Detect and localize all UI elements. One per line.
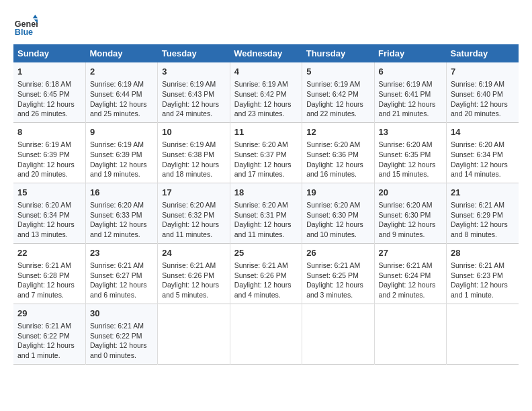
weekday-header: Friday bbox=[374, 44, 446, 62]
page-header: General Blue bbox=[13, 13, 519, 38]
calendar-day-cell: 20Sunrise: 6:20 AM Sunset: 6:30 PM Dayli… bbox=[374, 183, 446, 243]
day-info: Sunrise: 6:19 AM Sunset: 6:42 PM Dayligh… bbox=[306, 79, 369, 119]
day-number: 24 bbox=[162, 247, 225, 259]
day-info: Sunrise: 6:19 AM Sunset: 6:42 PM Dayligh… bbox=[234, 79, 298, 119]
calendar-week-row: 15Sunrise: 6:20 AM Sunset: 6:34 PM Dayli… bbox=[13, 183, 519, 243]
day-info: Sunrise: 6:20 AM Sunset: 6:31 PM Dayligh… bbox=[234, 200, 298, 240]
calendar-day-cell: 13Sunrise: 6:20 AM Sunset: 6:35 PM Dayli… bbox=[374, 122, 446, 183]
day-info: Sunrise: 6:20 AM Sunset: 6:32 PM Dayligh… bbox=[162, 200, 225, 240]
day-number: 14 bbox=[451, 126, 515, 138]
day-info: Sunrise: 6:21 AM Sunset: 6:23 PM Dayligh… bbox=[451, 261, 515, 300]
weekday-header: Monday bbox=[85, 44, 157, 62]
calendar-week-row: 1Sunrise: 6:18 AM Sunset: 6:45 PM Daylig… bbox=[13, 62, 519, 122]
day-number: 3 bbox=[162, 66, 225, 78]
calendar-day-cell: 1Sunrise: 6:18 AM Sunset: 6:45 PM Daylig… bbox=[13, 62, 85, 122]
day-number: 19 bbox=[306, 187, 369, 199]
day-number: 8 bbox=[17, 126, 81, 138]
day-info: Sunrise: 6:20 AM Sunset: 6:30 PM Dayligh… bbox=[306, 200, 369, 240]
day-number: 23 bbox=[90, 247, 153, 259]
calendar-day-cell: 7Sunrise: 6:19 AM Sunset: 6:40 PM Daylig… bbox=[447, 62, 519, 122]
day-number: 7 bbox=[451, 66, 515, 78]
day-info: Sunrise: 6:20 AM Sunset: 6:34 PM Dayligh… bbox=[451, 140, 515, 179]
calendar-week-row: 22Sunrise: 6:21 AM Sunset: 6:28 PM Dayli… bbox=[13, 243, 519, 304]
logo: General Blue bbox=[13, 13, 38, 38]
day-info: Sunrise: 6:21 AM Sunset: 6:29 PM Dayligh… bbox=[451, 200, 515, 240]
day-info: Sunrise: 6:21 AM Sunset: 6:28 PM Dayligh… bbox=[17, 261, 81, 300]
calendar-day-cell: 12Sunrise: 6:20 AM Sunset: 6:36 PM Dayli… bbox=[302, 122, 374, 183]
calendar-day-cell: 28Sunrise: 6:21 AM Sunset: 6:23 PM Dayli… bbox=[447, 243, 519, 304]
day-number: 16 bbox=[90, 187, 153, 199]
calendar-day-cell: 22Sunrise: 6:21 AM Sunset: 6:28 PM Dayli… bbox=[13, 243, 85, 304]
svg-marker-2 bbox=[33, 15, 38, 18]
calendar-day-cell: 27Sunrise: 6:21 AM Sunset: 6:24 PM Dayli… bbox=[374, 243, 446, 304]
day-number: 17 bbox=[162, 187, 225, 199]
day-info: Sunrise: 6:21 AM Sunset: 6:27 PM Dayligh… bbox=[90, 261, 153, 300]
calendar-day-cell: 10Sunrise: 6:19 AM Sunset: 6:38 PM Dayli… bbox=[158, 122, 230, 183]
calendar-day-cell: 30Sunrise: 6:21 AM Sunset: 6:22 PM Dayli… bbox=[85, 304, 157, 364]
day-number: 1 bbox=[17, 66, 81, 78]
day-number: 10 bbox=[162, 126, 225, 138]
day-info: Sunrise: 6:21 AM Sunset: 6:24 PM Dayligh… bbox=[379, 261, 442, 300]
calendar-day-cell: 18Sunrise: 6:20 AM Sunset: 6:31 PM Dayli… bbox=[230, 183, 302, 243]
day-info: Sunrise: 6:19 AM Sunset: 6:39 PM Dayligh… bbox=[90, 140, 153, 179]
day-info: Sunrise: 6:19 AM Sunset: 6:44 PM Dayligh… bbox=[90, 79, 153, 119]
day-info: Sunrise: 6:19 AM Sunset: 6:41 PM Dayligh… bbox=[379, 79, 442, 119]
day-number: 30 bbox=[90, 308, 153, 320]
day-info: Sunrise: 6:19 AM Sunset: 6:38 PM Dayligh… bbox=[162, 140, 225, 179]
day-number: 22 bbox=[17, 247, 81, 259]
calendar-day-cell: 11Sunrise: 6:20 AM Sunset: 6:37 PM Dayli… bbox=[230, 122, 302, 183]
day-number: 27 bbox=[379, 247, 442, 259]
calendar-day-cell: 23Sunrise: 6:21 AM Sunset: 6:27 PM Dayli… bbox=[85, 243, 157, 304]
svg-text:Blue: Blue bbox=[15, 28, 33, 37]
calendar-day-cell: 29Sunrise: 6:21 AM Sunset: 6:22 PM Dayli… bbox=[13, 304, 85, 364]
weekday-header: Tuesday bbox=[158, 44, 230, 62]
calendar-day-cell: 2Sunrise: 6:19 AM Sunset: 6:44 PM Daylig… bbox=[85, 62, 157, 122]
day-number: 29 bbox=[17, 308, 81, 320]
calendar-day-cell: 8Sunrise: 6:19 AM Sunset: 6:39 PM Daylig… bbox=[13, 122, 85, 183]
logo-icon: General Blue bbox=[13, 13, 38, 38]
calendar-day-cell: 5Sunrise: 6:19 AM Sunset: 6:42 PM Daylig… bbox=[302, 62, 374, 122]
day-number: 21 bbox=[451, 187, 515, 199]
weekday-header: Wednesday bbox=[230, 44, 302, 62]
day-info: Sunrise: 6:19 AM Sunset: 6:43 PM Dayligh… bbox=[162, 79, 225, 119]
day-info: Sunrise: 6:20 AM Sunset: 6:35 PM Dayligh… bbox=[379, 140, 442, 179]
day-number: 26 bbox=[306, 247, 369, 259]
day-info: Sunrise: 6:19 AM Sunset: 6:39 PM Dayligh… bbox=[17, 140, 81, 179]
day-info: Sunrise: 6:20 AM Sunset: 6:36 PM Dayligh… bbox=[306, 140, 369, 179]
calendar-day-cell: 21Sunrise: 6:21 AM Sunset: 6:29 PM Dayli… bbox=[447, 183, 519, 243]
day-number: 12 bbox=[306, 126, 369, 138]
day-info: Sunrise: 6:20 AM Sunset: 6:33 PM Dayligh… bbox=[90, 200, 153, 240]
day-number: 9 bbox=[90, 126, 153, 138]
weekday-header: Thursday bbox=[302, 44, 374, 62]
day-number: 4 bbox=[234, 66, 298, 78]
day-number: 13 bbox=[379, 126, 442, 138]
day-info: Sunrise: 6:20 AM Sunset: 6:30 PM Dayligh… bbox=[379, 200, 442, 240]
calendar-week-row: 29Sunrise: 6:21 AM Sunset: 6:22 PM Dayli… bbox=[13, 304, 519, 364]
empty-cell bbox=[302, 304, 374, 364]
day-info: Sunrise: 6:18 AM Sunset: 6:45 PM Dayligh… bbox=[17, 79, 81, 119]
day-number: 11 bbox=[234, 126, 298, 138]
calendar-day-cell: 19Sunrise: 6:20 AM Sunset: 6:30 PM Dayli… bbox=[302, 183, 374, 243]
calendar-day-cell: 9Sunrise: 6:19 AM Sunset: 6:39 PM Daylig… bbox=[85, 122, 157, 183]
day-number: 28 bbox=[451, 247, 515, 259]
empty-cell bbox=[374, 304, 446, 364]
day-number: 6 bbox=[379, 66, 442, 78]
day-info: Sunrise: 6:20 AM Sunset: 6:34 PM Dayligh… bbox=[17, 200, 81, 240]
empty-cell bbox=[447, 304, 519, 364]
day-number: 5 bbox=[306, 66, 369, 78]
day-info: Sunrise: 6:19 AM Sunset: 6:40 PM Dayligh… bbox=[451, 79, 515, 119]
calendar-table: SundayMondayTuesdayWednesdayThursdayFrid… bbox=[13, 44, 519, 365]
day-number: 25 bbox=[234, 247, 298, 259]
calendar-day-cell: 4Sunrise: 6:19 AM Sunset: 6:42 PM Daylig… bbox=[230, 62, 302, 122]
day-info: Sunrise: 6:21 AM Sunset: 6:26 PM Dayligh… bbox=[162, 261, 225, 300]
calendar-day-cell: 16Sunrise: 6:20 AM Sunset: 6:33 PM Dayli… bbox=[85, 183, 157, 243]
calendar-day-cell: 24Sunrise: 6:21 AM Sunset: 6:26 PM Dayli… bbox=[158, 243, 230, 304]
calendar-day-cell: 26Sunrise: 6:21 AM Sunset: 6:25 PM Dayli… bbox=[302, 243, 374, 304]
calendar-day-cell: 3Sunrise: 6:19 AM Sunset: 6:43 PM Daylig… bbox=[158, 62, 230, 122]
day-number: 2 bbox=[90, 66, 153, 78]
day-info: Sunrise: 6:21 AM Sunset: 6:22 PM Dayligh… bbox=[90, 321, 153, 361]
day-info: Sunrise: 6:21 AM Sunset: 6:22 PM Dayligh… bbox=[17, 321, 81, 361]
day-number: 18 bbox=[234, 187, 298, 199]
calendar-week-row: 8Sunrise: 6:19 AM Sunset: 6:39 PM Daylig… bbox=[13, 122, 519, 183]
day-number: 20 bbox=[379, 187, 442, 199]
